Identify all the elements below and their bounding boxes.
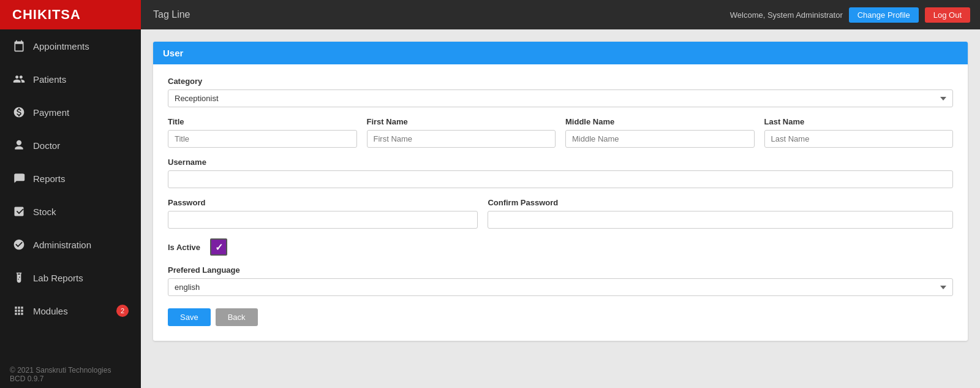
username-label: Username xyxy=(168,158,953,167)
sidebar-label-patients: Patients xyxy=(33,74,66,85)
form-body: Category Receptionist Doctor Admin Nurse… xyxy=(153,64,968,341)
logout-button[interactable]: Log Out xyxy=(925,7,970,23)
last-name-group: Last Name xyxy=(764,117,954,148)
sidebar-label-stock: Stock xyxy=(33,207,56,217)
sidebar-item-administration[interactable]: Administration xyxy=(0,228,141,261)
calendar-icon xyxy=(12,39,26,53)
last-name-label: Last Name xyxy=(764,117,954,126)
preferred-language-select[interactable]: english hindi marathi xyxy=(168,278,953,296)
sidebar-item-reports[interactable]: Reports xyxy=(0,162,141,195)
first-name-input[interactable] xyxy=(367,130,556,148)
sidebar-item-payment[interactable]: Payment xyxy=(0,96,141,129)
sidebar-label-administration: Administration xyxy=(33,240,91,250)
confirm-password-input[interactable] xyxy=(488,211,953,229)
sidebar-item-patients[interactable]: Patients xyxy=(0,63,141,96)
last-name-input[interactable] xyxy=(764,130,954,148)
welcome-text: Welcome, System Administrator xyxy=(730,10,843,20)
sidebar-label-appointments: Appointments xyxy=(33,41,89,51)
main-content: User Category Receptionist Doctor Admin … xyxy=(141,29,980,388)
sidebar: Appointments Patients Payment Doctor Rep xyxy=(0,29,141,388)
title-group: Title xyxy=(168,117,357,148)
preferred-language-group: Prefered Language english hindi marathi xyxy=(168,265,953,296)
copyright-text: © 2021 Sanskruti Technologies xyxy=(10,366,131,375)
sidebar-item-doctor[interactable]: Doctor xyxy=(0,129,141,162)
sidebar-label-doctor: Doctor xyxy=(33,140,60,151)
confirm-password-label: Confirm Password xyxy=(488,198,953,207)
password-row: Password Confirm Password xyxy=(168,198,953,238)
sidebar-label-reports: Reports xyxy=(33,173,66,184)
confirm-password-group: Confirm Password xyxy=(488,198,953,229)
change-profile-button[interactable]: Change Profile xyxy=(849,7,919,23)
first-name-group: First Name xyxy=(367,117,556,148)
sidebar-item-modules[interactable]: Modules 2 xyxy=(0,294,141,327)
admin-icon xyxy=(12,238,26,251)
sidebar-footer: © 2021 Sanskruti Technologies BCD 0.9.7 xyxy=(0,357,141,388)
stock-icon xyxy=(12,205,26,218)
doctor-icon xyxy=(12,139,26,152)
reports-icon xyxy=(12,172,26,185)
save-button[interactable]: Save xyxy=(168,308,211,326)
password-group: Password xyxy=(168,198,478,229)
sidebar-label-payment: Payment xyxy=(33,107,69,118)
form-card-title: User xyxy=(153,42,968,64)
is-active-area: Is Active xyxy=(168,238,953,256)
logo: CHIKITSA xyxy=(0,0,141,29)
title-label: Title xyxy=(168,117,357,126)
sidebar-item-stock[interactable]: Stock xyxy=(0,195,141,228)
name-row: Title First Name Middle Name Last Name xyxy=(168,117,953,158)
sidebar-label-modules: Modules xyxy=(33,306,68,316)
header-right: Welcome, System Administrator Change Pro… xyxy=(730,7,980,23)
patients-icon xyxy=(12,72,26,86)
username-group: Username xyxy=(168,158,953,188)
password-input[interactable] xyxy=(168,211,478,229)
layout: Appointments Patients Payment Doctor Rep xyxy=(0,29,980,388)
middle-name-group: Middle Name xyxy=(565,117,755,148)
user-form-card: User Category Receptionist Doctor Admin … xyxy=(153,42,968,341)
lab-icon xyxy=(12,271,26,284)
category-label: Category xyxy=(168,77,953,86)
preferred-language-label: Prefered Language xyxy=(168,265,953,275)
category-select[interactable]: Receptionist Doctor Admin Nurse xyxy=(168,89,953,107)
title-input[interactable] xyxy=(168,130,357,148)
sidebar-label-lab-reports: Lab Reports xyxy=(33,273,83,283)
modules-icon xyxy=(12,304,26,318)
payment-icon xyxy=(12,105,26,119)
first-name-label: First Name xyxy=(367,117,556,126)
sidebar-item-lab-reports[interactable]: Lab Reports xyxy=(0,261,141,294)
back-button[interactable]: Back xyxy=(216,308,258,326)
version-text: BCD 0.9.7 xyxy=(10,375,131,383)
password-label: Password xyxy=(168,198,478,207)
header: CHIKITSA Tag Line Welcome, System Admini… xyxy=(0,0,980,29)
is-active-label: Is Active xyxy=(168,243,200,252)
tagline: Tag Line xyxy=(141,9,730,20)
middle-name-input[interactable] xyxy=(565,130,755,148)
modules-badge: 2 xyxy=(116,305,129,317)
middle-name-label: Middle Name xyxy=(565,117,755,126)
sidebar-item-appointments[interactable]: Appointments xyxy=(0,29,141,63)
form-actions: Save Back xyxy=(168,308,953,326)
category-group: Category Receptionist Doctor Admin Nurse xyxy=(168,77,953,107)
is-active-checkbox[interactable] xyxy=(210,238,227,256)
username-input[interactable] xyxy=(168,170,953,188)
